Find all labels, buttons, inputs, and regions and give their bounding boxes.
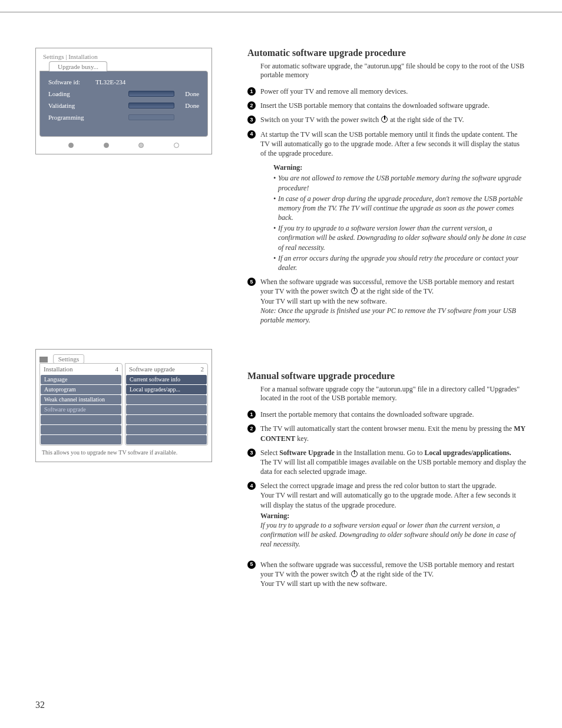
step-number-icon: 1 <box>247 410 256 419</box>
manual-step-3a: Select <box>260 449 279 457</box>
validating-bar <box>128 103 174 108</box>
step-number-icon: 5 <box>247 278 256 286</box>
menu-item-empty <box>126 405 207 414</box>
software-upgrade-term: Software Upgrade <box>279 449 334 457</box>
step-number-icon: 5 <box>247 561 256 569</box>
step-number-icon: 3 <box>247 116 256 124</box>
auto-step-3a: Switch on your TV with the power switch <box>260 116 381 124</box>
auto-warn-4: If an error occurs during the upgrade yo… <box>273 253 527 272</box>
menu-item-software-upgrade: Software upgrade <box>41 405 121 414</box>
software-upgrade-label: Software upgrade <box>129 365 175 373</box>
auto-warn-3: If you try to upgrade to a software vers… <box>273 223 527 252</box>
validating-status: Done <box>178 102 199 109</box>
menu-item-empty <box>41 415 121 424</box>
loading-bar <box>128 91 174 97</box>
menu-item-empty <box>126 395 207 404</box>
manual-step-4b: Your TV will restart and will automatica… <box>260 491 516 509</box>
installation-label: Installation <box>44 365 73 373</box>
programming-bar <box>128 114 174 120</box>
validating-label: Validating <box>48 102 91 109</box>
menu-item-empty <box>126 435 207 444</box>
software-upgrade-count: 2 <box>201 365 204 373</box>
manual-step-1: Insert the portable memory that contains… <box>260 410 474 419</box>
software-id-value: TL32E-234 <box>95 78 137 85</box>
installation-box: Installation 4 Language Autoprogram Weak… <box>39 363 123 446</box>
menu-item-weak-channel: Weak channel installation <box>41 395 121 404</box>
warning-title: Warning: <box>273 163 527 172</box>
menu-item-empty <box>126 425 207 434</box>
menu-item-empty <box>41 435 121 444</box>
manual-step-3e: The TV will list all compatible images a… <box>260 458 526 476</box>
auto-intro: For automatic software upgrade, the "aut… <box>260 62 527 80</box>
installation-count: 4 <box>115 365 119 373</box>
step-number-icon: 4 <box>247 130 256 139</box>
manual-steps: 1 Insert the portable memory that contai… <box>247 410 527 588</box>
manual-warn-title: Warning: <box>260 511 527 521</box>
heading-automatic: Automatic software upgrade procedure <box>247 48 527 58</box>
step-number-icon: 2 <box>247 101 256 110</box>
auto-steps: 1 Power off your TV and remove all memor… <box>247 87 527 325</box>
auto-step-5-note: Note: Once the upgrade is finished use y… <box>260 307 516 324</box>
figure-upgrade-busy: Settings | Installation Upgrade busy... … <box>35 48 212 154</box>
local-upgrades-term: Local upgrades/applications. <box>424 449 511 457</box>
power-icon <box>351 288 358 294</box>
auto-step-1: Power off your TV and remove all memory … <box>260 87 408 95</box>
menu-item-language: Language <box>41 375 121 384</box>
breadcrumb: Settings | Installation <box>36 53 211 60</box>
figure-settings-menu: Settings Installation 4 Language Autopro… <box>35 349 212 462</box>
nav-dot-icon <box>68 143 74 148</box>
nav-dot-icon <box>138 143 144 148</box>
menu-item-local-upgrades: Local upgrades/app... <box>126 385 207 394</box>
menu-item-empty <box>41 425 121 434</box>
step-number-icon: 4 <box>247 482 256 490</box>
software-id-label: Software id: <box>48 78 95 85</box>
manual-step-2b: key. <box>297 434 309 443</box>
heading-manual: Manual software upgrade procedure <box>247 371 527 381</box>
manual-warn: If you try to upgrade to a software vers… <box>260 521 515 548</box>
nav-dot-icon <box>174 143 179 148</box>
help-text: This allows you to upgrade new TV softwa… <box>39 449 208 456</box>
auto-step-5b: at the right side of the TV. <box>360 287 434 295</box>
menu-item-current-info: Current software info <box>126 375 207 384</box>
manual-intro: For a manual software upgrade copy the "… <box>260 385 527 403</box>
manual-step-5b: at the right side of the TV. <box>360 570 434 578</box>
nav-dot-icon <box>104 143 109 148</box>
programming-label: Programming <box>48 114 91 121</box>
software-upgrade-box: Software upgrade 2 Current software info… <box>125 363 208 446</box>
manual-step-4a: Select the correct upgrade image and pre… <box>260 482 497 490</box>
tab-upgrade-busy: Upgrade busy... <box>49 61 107 71</box>
auto-step-2: Insert the USB portable memory that cont… <box>260 101 490 110</box>
step-number-icon: 3 <box>247 449 256 457</box>
tv-icon <box>39 357 48 363</box>
auto-step-5c: Your TV will start up with the new softw… <box>260 297 387 305</box>
step-number-icon: 1 <box>247 87 256 95</box>
auto-step-3b: at the right side of the TV. <box>390 116 464 124</box>
menu-item-empty <box>126 415 207 424</box>
step-number-icon: 2 <box>247 424 256 433</box>
upgrade-panel: Software id: TL32E-234 Loading Done Vali… <box>39 71 208 137</box>
manual-step-5c: Your TV will start up with the new softw… <box>260 579 387 588</box>
auto-step-4: At startup the TV will scan the USB port… <box>260 130 520 157</box>
auto-warning-block: Warning: You are not allowed to remove t… <box>273 163 527 272</box>
page-number: 32 <box>35 700 45 710</box>
manual-step-3c: in the Installation menu. Go to <box>336 449 425 457</box>
power-icon <box>351 571 358 577</box>
power-icon <box>381 116 388 123</box>
manual-step-2a: The TV will automatically start the cont… <box>260 424 514 433</box>
loading-label: Loading <box>48 90 91 97</box>
auto-warn-2: In case of a power drop during the upgra… <box>273 194 527 223</box>
loading-status: Done <box>178 90 199 97</box>
auto-warn-1: You are not allowed to remove the USB po… <box>273 173 527 192</box>
menu-item-autoprogram: Autoprogram <box>41 385 121 394</box>
settings-title: Settings <box>53 354 84 364</box>
